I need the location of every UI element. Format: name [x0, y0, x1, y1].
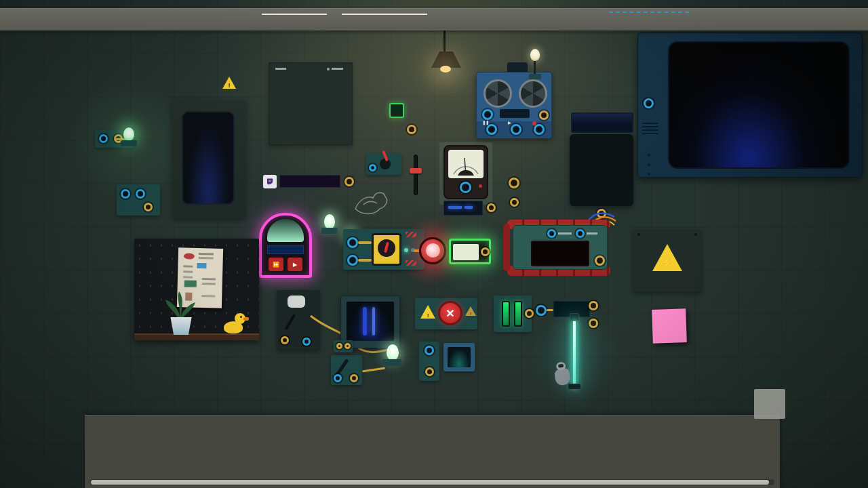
bomb-panel	[513, 225, 608, 270]
plant-pot[interactable]	[170, 317, 193, 335]
gold-connector[interactable]	[407, 125, 416, 134]
oscilloscope-screen	[347, 302, 394, 341]
chat-display[interactable]	[279, 175, 340, 188]
panel-scrollbar-thumb[interactable]	[91, 480, 769, 485]
selection-handle[interactable]	[587, 317, 600, 330]
click-button[interactable]	[449, 239, 491, 264]
selection-handle[interactable]	[507, 195, 521, 209]
chip-gadget[interactable]	[389, 103, 404, 118]
mini-display[interactable]	[443, 201, 483, 216]
slider-gadget[interactable]	[408, 153, 423, 199]
keypad-screen	[571, 113, 633, 133]
pegboard	[134, 239, 259, 340]
selection-handle[interactable]	[485, 201, 498, 214]
wire-preview-line	[609, 12, 689, 13]
menu-button[interactable]	[34, 10, 52, 28]
crt-monitor[interactable]	[637, 33, 863, 178]
keypad[interactable]	[570, 134, 633, 206]
bomb-port-label	[587, 232, 597, 235]
switch-gadget[interactable]	[372, 233, 401, 266]
selection-handle[interactable]	[503, 172, 517, 186]
x-button-gadget[interactable]: ! ✕ !	[415, 298, 477, 329]
bomb-port-label	[558, 232, 572, 235]
tool-board[interactable]	[331, 355, 362, 385]
play-connector[interactable]	[511, 124, 521, 135]
jukebox[interactable]: ⏩ ▶	[259, 213, 312, 278]
mini-board[interactable]	[334, 340, 353, 352]
idea-bulb[interactable]	[530, 49, 540, 61]
selection-handle[interactable]	[537, 107, 551, 121]
voltmeter[interactable]	[443, 145, 488, 199]
laser-emitter[interactable]	[570, 313, 579, 321]
close-panel-button[interactable]	[754, 389, 785, 419]
warning-panel[interactable]: ⚡	[633, 229, 701, 291]
recenter-button[interactable]	[262, 11, 327, 15]
bomb[interactable]	[503, 220, 616, 277]
lamp-glow	[440, 66, 451, 73]
green-lamp[interactable]	[123, 127, 134, 141]
tablet-screen	[182, 111, 235, 205]
circuit-board[interactable]	[343, 229, 425, 270]
tablet-slab[interactable]	[172, 100, 245, 218]
voltmeter-face	[448, 150, 484, 178]
jukebox-skip-button[interactable]: ⏩	[269, 258, 283, 271]
figurine[interactable]	[549, 361, 577, 390]
layout-grid-button[interactable]	[9, 10, 28, 28]
selection-handle[interactable]	[152, 179, 165, 192]
red-button[interactable]	[419, 237, 446, 264]
redo-button[interactable]	[118, 10, 136, 28]
tape-reel	[484, 79, 512, 108]
jukebox-display	[267, 245, 304, 254]
app-window: !	[0, 0, 868, 488]
led-bulb[interactable]	[324, 214, 335, 229]
default-wire-label	[609, 11, 689, 13]
bomb-display	[531, 241, 589, 266]
undo-button[interactable]	[94, 10, 112, 28]
rubber-duck[interactable]	[224, 313, 247, 335]
twitch-icon	[263, 175, 277, 188]
wall-panel[interactable]	[269, 62, 353, 145]
mini-tv[interactable]	[443, 343, 475, 371]
lamp-cord	[443, 30, 446, 53]
selection-handle[interactable]	[522, 306, 536, 320]
jukebox-play-button[interactable]: ▶	[288, 258, 302, 271]
selection-handle[interactable]	[361, 150, 374, 164]
blue-connector[interactable]	[99, 134, 108, 143]
selection-handle[interactable]	[587, 298, 600, 312]
slider-knob[interactable]	[410, 168, 422, 174]
sticky-note[interactable]	[652, 308, 687, 344]
x-button[interactable]: ✕	[438, 301, 462, 325]
editor-camera-button[interactable]	[342, 11, 427, 15]
bird-sketch	[350, 184, 389, 220]
tape-reel	[519, 79, 547, 108]
led-bulb[interactable]	[387, 344, 399, 361]
warning-triangle: ⚡	[652, 244, 682, 271]
help-button[interactable]	[58, 10, 77, 28]
parts-panel	[85, 415, 780, 488]
selection-handle[interactable]	[377, 94, 391, 107]
tape-recorder[interactable]: ❚❚ ▶	[476, 72, 552, 138]
selection-handle[interactable]	[409, 198, 422, 211]
pause-connector[interactable]	[486, 124, 497, 135]
crt-screen[interactable]	[668, 41, 850, 169]
warning-triangle-small[interactable]: !	[222, 77, 236, 89]
jukebox-dome	[267, 219, 304, 242]
panel-scrollbar-track[interactable]	[90, 479, 774, 485]
record-connector[interactable]	[534, 124, 545, 135]
top-toolbar	[0, 8, 868, 30]
